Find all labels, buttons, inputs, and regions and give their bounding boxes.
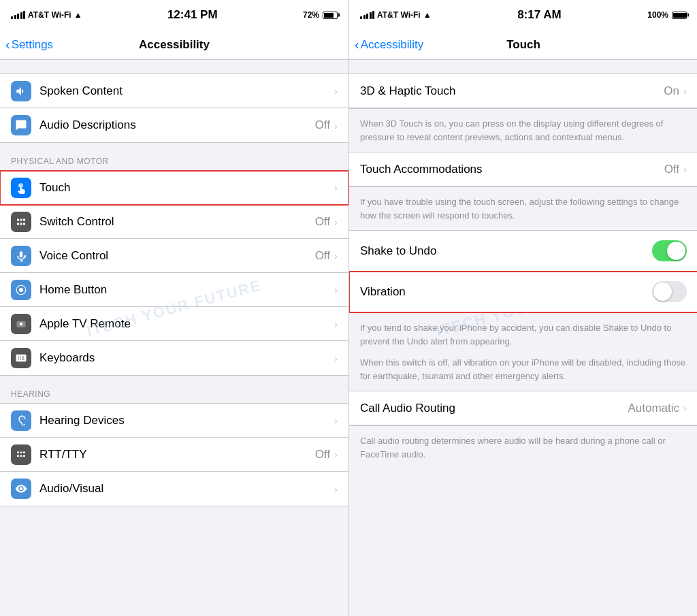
touch-label: Touch: [39, 181, 334, 195]
shake-vib-group: Shake to Undo Vibration If you tend to s…: [349, 230, 697, 391]
list-item-voice-control[interactable]: Voice Control Off ›: [0, 239, 348, 273]
touch-acc-value: Off: [664, 163, 679, 176]
shake-vib-list: Shake to Undo Vibration: [349, 230, 697, 313]
touch-acc-desc: If you have trouble using the touch scre…: [349, 187, 697, 230]
list-item-hearing-devices[interactable]: Hearing Devices ›: [0, 404, 348, 438]
haptic-desc: When 3D Touch is on, you can press on th…: [349, 109, 697, 152]
call-audio-chevron: ›: [683, 402, 687, 414]
list-item-spoken-content[interactable]: Spoken Content ›: [0, 74, 348, 108]
time-right: 8:17 AM: [517, 8, 562, 22]
status-bar-right: AT&T Wi-Fi ▲ 8:17 AM 100%: [349, 0, 697, 30]
call-audio-label: Call Audio Routing: [360, 402, 628, 415]
haptic-list: 3D & Haptic Touch On ›: [349, 74, 697, 109]
rtt-tty-value: Off: [315, 448, 330, 461]
wifi-right: ▲: [423, 10, 432, 20]
time-left: 12:41 PM: [167, 8, 218, 22]
back-chevron-left: ‹: [5, 37, 10, 52]
list-item-audio-visual[interactable]: Audio/Visual ›: [0, 472, 348, 506]
shake-undo-desc: If you tend to shake your iPhone by acci…: [349, 313, 697, 356]
nav-back-left[interactable]: ‹ Settings: [5, 37, 53, 52]
keyboards-icon: [11, 348, 31, 368]
rtt-tty-chevron: ›: [334, 449, 338, 460]
hearing-list: Hearing Devices › RTT/TTY Off › Audio/Vi…: [0, 403, 348, 506]
switch-control-icon: [11, 212, 31, 232]
setting-row-touch-acc[interactable]: Touch Accommodations Off ›: [349, 152, 697, 187]
spoken-content-label: Spoken Content: [39, 84, 334, 98]
battery-area-right: 100%: [647, 10, 687, 20]
appletv-label: Apple TV Remote: [39, 317, 334, 331]
back-label-left[interactable]: Settings: [12, 38, 53, 52]
battery-icon-left: [323, 12, 338, 19]
svg-point-4: [22, 419, 23, 420]
battery-area-left: 72%: [303, 10, 338, 20]
setting-row-vibration[interactable]: Vibration: [349, 272, 697, 312]
voice-control-chevron: ›: [334, 250, 338, 261]
rtt-tty-icon: [11, 444, 31, 465]
section-hearing-label: HEARING: [0, 376, 348, 403]
audio-desc-icon: [11, 115, 31, 135]
list-item-audio-desc[interactable]: Audio Descriptions Off ›: [0, 108, 348, 142]
audio-visual-chevron: ›: [334, 483, 338, 495]
haptic-value: On: [664, 84, 679, 98]
home-button-label: Home Button: [39, 283, 334, 297]
accommodations-group: Touch Accommodations Off › If you have t…: [349, 152, 697, 230]
setting-row-shake-undo[interactable]: Shake to Undo: [349, 231, 697, 272]
home-button-icon: [11, 280, 31, 300]
hearing-devices-label: Hearing Devices: [39, 414, 334, 427]
audio-desc-label: Audio Descriptions: [39, 118, 315, 132]
list-item-appletv[interactable]: Apple TV Remote ›: [0, 307, 348, 341]
keyboards-chevron: ›: [334, 353, 338, 364]
carrier-right: AT&T Wi-Fi: [377, 10, 421, 20]
list-item-switch-control[interactable]: Switch Control Off ›: [0, 205, 348, 239]
touch-acc-label: Touch Accommodations: [360, 163, 664, 176]
voice-control-label: Voice Control: [39, 249, 315, 263]
right-panel: AT&T Wi-Fi ▲ 8:17 AM 100% ‹ Accessibilit…: [349, 0, 697, 616]
list-item-home-button[interactable]: Home Button ›: [0, 273, 348, 307]
keyboards-label: Keyboards: [39, 351, 334, 365]
home-button-chevron: ›: [334, 284, 338, 295]
accommodations-list: Touch Accommodations Off ›: [349, 152, 697, 187]
nav-bar-right: ‹ Accessibility Touch: [349, 30, 697, 60]
switch-control-value: Off: [315, 215, 330, 229]
signal-bars-right: [360, 11, 374, 19]
setting-row-call-audio[interactable]: Call Audio Routing Automatic ›: [349, 391, 697, 425]
list-item-touch[interactable]: Touch ›: [0, 171, 348, 205]
back-label-right[interactable]: Accessibility: [361, 38, 424, 52]
call-audio-value: Automatic: [628, 402, 679, 415]
top-list: Spoken Content › Audio Descriptions Off …: [0, 74, 348, 143]
battery-icon-right: [672, 12, 687, 19]
voice-control-icon: [11, 246, 31, 266]
rtt-tty-label: RTT/TTY: [39, 448, 315, 461]
touch-chevron: ›: [334, 182, 338, 193]
signal-bars-left: [11, 11, 25, 19]
nav-back-right[interactable]: ‹ Accessibility: [355, 37, 423, 52]
vibration-label: Vibration: [360, 285, 652, 299]
vibration-toggle[interactable]: [652, 281, 687, 302]
wifi-left: ▲: [74, 10, 82, 20]
list-item-rtt-tty[interactable]: RTT/TTY Off ›: [0, 438, 348, 472]
switch-control-chevron: ›: [334, 216, 338, 227]
back-chevron-right: ‹: [355, 37, 359, 52]
shake-undo-toggle[interactable]: [652, 240, 687, 261]
right-scroll[interactable]: 3D & Haptic Touch On › When 3D Touch is …: [349, 60, 697, 616]
vibration-desc: When this switch is off, all vibration o…: [349, 356, 697, 391]
setting-row-3d-haptic[interactable]: 3D & Haptic Touch On ›: [349, 74, 697, 108]
nav-bar-left: ‹ Settings Accessibility: [0, 30, 348, 60]
svg-point-3: [20, 322, 23, 325]
spoken-content-chevron: ›: [334, 85, 338, 97]
haptic-group: 3D & Haptic Touch On › When 3D Touch is …: [349, 74, 697, 152]
hearing-devices-icon: [11, 410, 31, 431]
battery-pct-left: 72%: [303, 10, 319, 20]
audio-visual-icon: [11, 479, 31, 499]
call-audio-desc: Call audio routing determines where audi…: [349, 426, 697, 469]
audio-desc-chevron: ›: [334, 120, 338, 131]
spoken-content-icon: [11, 81, 31, 101]
nav-title-left: Accessibility: [139, 38, 210, 52]
motor-list: Touch › Switch Control Off › Voice Contr…: [0, 170, 348, 376]
left-scroll[interactable]: Spoken Content › Audio Descriptions Off …: [0, 60, 348, 616]
voice-control-value: Off: [315, 249, 330, 263]
list-item-keyboards[interactable]: Keyboards ›: [0, 341, 348, 375]
call-audio-list: Call Audio Routing Automatic ›: [349, 391, 697, 426]
audio-desc-value: Off: [315, 118, 330, 132]
appletv-chevron: ›: [334, 318, 338, 329]
